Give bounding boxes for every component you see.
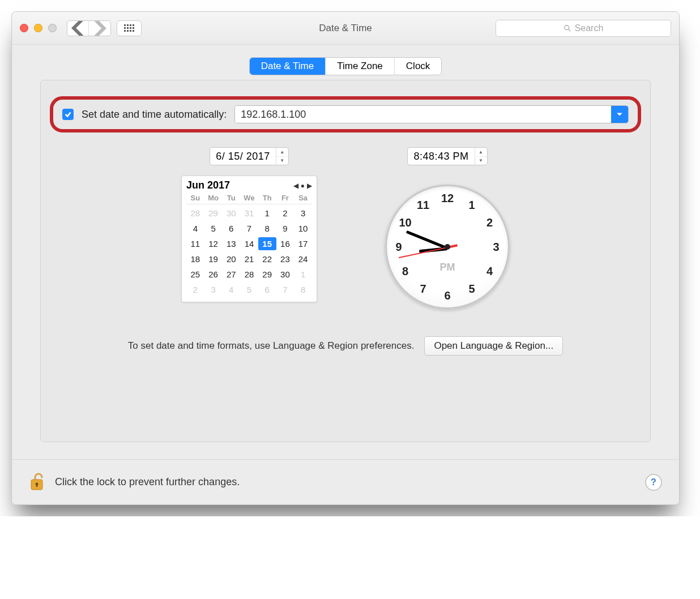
calendar-day[interactable]: 3 <box>204 283 223 296</box>
auto-set-row: Set date and time automatically: <box>50 96 641 132</box>
calendar-day[interactable]: 28 <box>240 268 258 281</box>
calendar-dow: Th <box>258 194 276 204</box>
calendar-day[interactable]: 17 <box>294 237 312 250</box>
calendar-day[interactable]: 8 <box>258 222 276 235</box>
back-button[interactable] <box>67 21 89 36</box>
calendar-day[interactable]: 6 <box>258 283 276 296</box>
close-window-button[interactable] <box>20 24 28 32</box>
calendar-day[interactable]: 16 <box>276 237 294 250</box>
lock-text: Click the lock to prevent further change… <box>55 476 240 488</box>
calendar-day[interactable]: 2 <box>276 207 294 220</box>
calendar-day[interactable]: 29 <box>258 268 276 281</box>
time-server-input[interactable] <box>235 106 611 123</box>
analog-clock: PM 121234567891011 <box>385 185 510 309</box>
forward-button[interactable] <box>89 21 110 36</box>
time-stepper-arrows[interactable]: ▲▼ <box>475 148 487 165</box>
show-all-button[interactable] <box>117 20 142 36</box>
calendar-day[interactable]: 24 <box>294 253 312 266</box>
tab-time-zone[interactable]: Time Zone <box>326 58 395 75</box>
date-time-pane: Set date and time automatically: 6/ 15/ … <box>40 80 651 442</box>
calendar-next-button[interactable]: ▶ <box>307 182 312 190</box>
calendar-dow: Su <box>186 194 204 204</box>
calendar-day[interactable]: 30 <box>222 207 240 220</box>
calendar-day[interactable]: 31 <box>240 207 258 220</box>
time-server-dropdown-button[interactable] <box>611 106 628 123</box>
grid-icon <box>124 24 134 32</box>
lock-button[interactable] <box>29 472 46 493</box>
calendar-day[interactable]: 18 <box>186 253 204 266</box>
time-server-combobox[interactable] <box>234 105 629 123</box>
clock-number: 2 <box>483 216 496 229</box>
chevron-right-icon <box>89 20 110 36</box>
calendar-day[interactable]: 28 <box>186 207 204 220</box>
calendar-day[interactable]: 10 <box>294 222 312 235</box>
calendar-day[interactable]: 3 <box>294 207 312 220</box>
calendar-dow: Fr <box>276 194 294 204</box>
search-field[interactable]: Search <box>496 20 671 37</box>
clock-number: 5 <box>465 283 479 296</box>
help-button[interactable]: ? <box>645 474 662 491</box>
calendar-day[interactable]: 2 <box>186 283 204 296</box>
date-value: 6/ 15/ 2017 <box>210 151 276 162</box>
calendar-day[interactable]: 29 <box>204 207 223 220</box>
nav-segment <box>67 20 111 36</box>
zoom-window-button <box>48 24 57 32</box>
calendar-day[interactable]: 5 <box>204 222 223 235</box>
tab-clock[interactable]: Clock <box>395 58 442 75</box>
tab-date-time[interactable]: Date & Time <box>250 58 326 75</box>
calendar-day[interactable]: 7 <box>240 222 258 235</box>
calendar-day[interactable]: 6 <box>222 222 240 235</box>
calendar-nav: ◀ ● ▶ <box>293 182 312 190</box>
calendar-day[interactable]: 12 <box>204 237 223 250</box>
clock-number: 8 <box>399 265 412 278</box>
svg-rect-5 <box>36 484 37 487</box>
calendar-day[interactable]: 22 <box>258 253 276 266</box>
window-controls <box>20 24 57 32</box>
chevron-down-icon <box>616 111 623 118</box>
clock-ampm: PM <box>440 262 455 273</box>
calendar-day[interactable]: 21 <box>240 253 258 266</box>
minute-hand <box>406 230 448 250</box>
time-stepper[interactable]: 8:48:43 PM ▲▼ <box>407 147 487 165</box>
date-stepper[interactable]: 6/ 15/ 2017 ▲▼ <box>210 147 289 165</box>
date-time-columns: 6/ 15/ 2017 ▲▼ Jun 2017 ◀ ● ▶ SuMoTu <box>53 147 638 309</box>
open-language-region-button[interactable]: Open Language & Region... <box>424 336 563 356</box>
calendar-day[interactable]: 27 <box>222 268 240 281</box>
calendar-day[interactable]: 14 <box>240 237 258 250</box>
minimize-window-button[interactable] <box>34 24 42 32</box>
calendar-dow: We <box>240 194 258 204</box>
calendar-day[interactable]: 25 <box>186 268 204 281</box>
calendar-day[interactable]: 1 <box>258 207 276 220</box>
calendar-day[interactable]: 11 <box>186 237 204 250</box>
calendar-day[interactable]: 30 <box>276 268 294 281</box>
calendar-day[interactable]: 19 <box>204 253 223 266</box>
calendar-day[interactable]: 26 <box>204 268 223 281</box>
clock-number: 6 <box>441 289 454 302</box>
svg-line-1 <box>569 29 570 31</box>
calendar-day[interactable]: 4 <box>186 222 204 235</box>
calendar-day[interactable]: 23 <box>276 253 294 266</box>
preferences-window: Date & Time Search Date & TimeTime ZoneC… <box>11 11 680 505</box>
auto-set-label: Set date and time automatically: <box>82 109 227 121</box>
check-icon <box>64 110 72 118</box>
auto-set-checkbox[interactable] <box>62 109 74 120</box>
calendar-day[interactable]: 13 <box>222 237 240 250</box>
calendar-dow: Mo <box>204 194 223 204</box>
calendar[interactable]: Jun 2017 ◀ ● ▶ SuMoTuWeThFrSa28293031123… <box>181 176 317 302</box>
calendar-day[interactable]: 8 <box>294 283 312 296</box>
calendar-day[interactable]: 4 <box>222 283 240 296</box>
unlocked-lock-icon <box>29 472 46 493</box>
calendar-prev-button[interactable]: ◀ <box>293 182 298 190</box>
calendar-day[interactable]: 1 <box>294 268 312 281</box>
calendar-day[interactable]: 9 <box>276 222 294 235</box>
calendar-today-button[interactable]: ● <box>301 182 305 190</box>
calendar-day[interactable]: 20 <box>222 253 240 266</box>
clock-number: 1 <box>465 198 479 211</box>
calendar-day[interactable]: 7 <box>276 283 294 296</box>
date-stepper-arrows[interactable]: ▲▼ <box>276 148 288 165</box>
time-column: 8:48:43 PM ▲▼ PM 121234567891011 <box>385 147 510 309</box>
search-icon <box>564 24 571 32</box>
calendar-day[interactable]: 5 <box>240 283 258 296</box>
calendar-day[interactable]: 15 <box>258 237 276 250</box>
calendar-dow: Tu <box>222 194 240 204</box>
